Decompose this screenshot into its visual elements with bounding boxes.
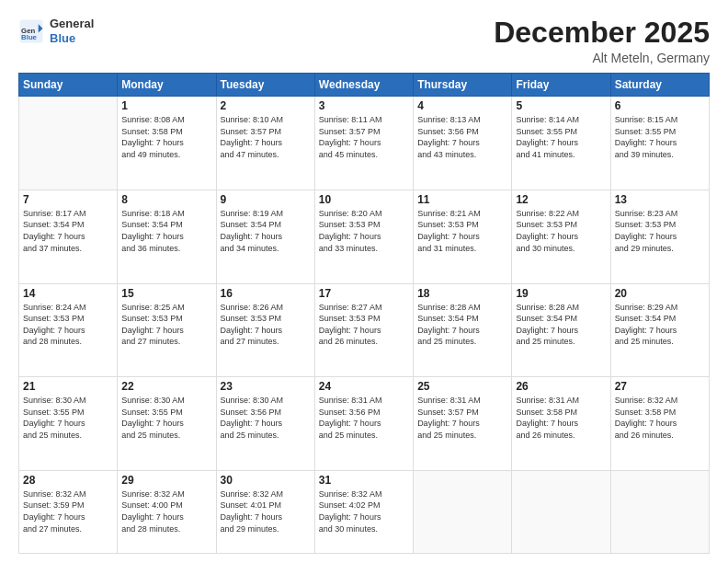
day-number: 1 — [121, 99, 211, 112]
table-row — [414, 470, 512, 553]
calendar-table: Sunday Monday Tuesday Wednesday Thursday… — [18, 73, 710, 554]
svg-text:Blue: Blue — [21, 33, 38, 41]
day-number: 8 — [121, 193, 211, 206]
table-row: 3Sunrise: 8:11 AMSunset: 3:57 PMDaylight… — [314, 97, 413, 190]
logo-blue: Blue — [50, 31, 94, 46]
day-info: Sunrise: 8:31 AMSunset: 3:58 PMDaylight:… — [516, 395, 606, 441]
day-number: 20 — [615, 287, 705, 300]
day-number: 7 — [23, 193, 113, 206]
day-number: 9 — [221, 193, 311, 206]
day-info: Sunrise: 8:27 AMSunset: 3:53 PMDaylight:… — [319, 302, 409, 348]
table-row: 30Sunrise: 8:32 AMSunset: 4:01 PMDayligh… — [216, 470, 314, 553]
day-number: 16 — [221, 287, 311, 300]
day-info: Sunrise: 8:31 AMSunset: 3:57 PMDaylight:… — [417, 395, 507, 441]
day-info: Sunrise: 8:21 AMSunset: 3:53 PMDaylight:… — [417, 208, 507, 254]
table-row: 21Sunrise: 8:30 AMSunset: 3:55 PMDayligh… — [19, 377, 118, 471]
day-info: Sunrise: 8:11 AMSunset: 3:57 PMDaylight:… — [319, 114, 409, 160]
day-info: Sunrise: 8:30 AMSunset: 3:55 PMDaylight:… — [121, 395, 211, 441]
table-row: 4Sunrise: 8:13 AMSunset: 3:56 PMDaylight… — [414, 97, 512, 190]
day-info: Sunrise: 8:29 AMSunset: 3:54 PMDaylight:… — [615, 302, 705, 348]
day-number: 25 — [417, 380, 507, 393]
table-row: 7Sunrise: 8:17 AMSunset: 3:54 PMDaylight… — [19, 190, 118, 283]
day-info: Sunrise: 8:13 AMSunset: 3:56 PMDaylight:… — [417, 114, 507, 160]
logo-icon: Gen Blue — [18, 18, 44, 44]
table-row: 9Sunrise: 8:19 AMSunset: 3:54 PMDaylight… — [216, 190, 314, 283]
table-row: 14Sunrise: 8:24 AMSunset: 3:53 PMDayligh… — [19, 283, 118, 377]
day-number: 23 — [221, 380, 311, 393]
day-info: Sunrise: 8:28 AMSunset: 3:54 PMDaylight:… — [516, 302, 606, 348]
day-info: Sunrise: 8:22 AMSunset: 3:53 PMDaylight:… — [516, 208, 606, 254]
day-number: 4 — [417, 99, 507, 112]
table-row: 18Sunrise: 8:28 AMSunset: 3:54 PMDayligh… — [414, 283, 512, 377]
day-number: 22 — [121, 380, 211, 393]
table-row: 15Sunrise: 8:25 AMSunset: 3:53 PMDayligh… — [118, 283, 216, 377]
col-wednesday: Wednesday — [314, 74, 413, 97]
col-friday: Friday — [512, 74, 610, 97]
day-info: Sunrise: 8:30 AMSunset: 3:56 PMDaylight:… — [221, 395, 311, 441]
table-row: 19Sunrise: 8:28 AMSunset: 3:54 PMDayligh… — [512, 283, 610, 377]
table-row: 31Sunrise: 8:32 AMSunset: 4:02 PMDayligh… — [314, 470, 413, 553]
day-number: 11 — [417, 193, 507, 206]
table-row — [19, 97, 118, 190]
day-number: 19 — [516, 287, 606, 300]
day-number: 6 — [615, 99, 705, 112]
table-row: 22Sunrise: 8:30 AMSunset: 3:55 PMDayligh… — [118, 377, 216, 471]
day-number: 3 — [319, 99, 409, 112]
day-number: 15 — [121, 287, 211, 300]
table-row: 2Sunrise: 8:10 AMSunset: 3:57 PMDaylight… — [216, 97, 314, 190]
col-sunday: Sunday — [19, 74, 118, 97]
day-info: Sunrise: 8:32 AMSunset: 3:58 PMDaylight:… — [615, 395, 705, 441]
table-row: 1Sunrise: 8:08 AMSunset: 3:58 PMDaylight… — [118, 97, 216, 190]
day-number: 5 — [516, 99, 606, 112]
col-tuesday: Tuesday — [216, 74, 314, 97]
day-info: Sunrise: 8:20 AMSunset: 3:53 PMDaylight:… — [319, 208, 409, 254]
table-row: 13Sunrise: 8:23 AMSunset: 3:53 PMDayligh… — [610, 190, 709, 283]
day-info: Sunrise: 8:24 AMSunset: 3:53 PMDaylight:… — [23, 302, 113, 348]
day-info: Sunrise: 8:26 AMSunset: 3:53 PMDaylight:… — [221, 302, 311, 348]
day-info: Sunrise: 8:32 AMSunset: 4:00 PMDaylight:… — [121, 488, 211, 534]
day-info: Sunrise: 8:28 AMSunset: 3:54 PMDaylight:… — [417, 302, 507, 348]
header: Gen Blue General Blue December 2025 Alt … — [18, 17, 710, 65]
table-row: 11Sunrise: 8:21 AMSunset: 3:53 PMDayligh… — [414, 190, 512, 283]
day-number: 21 — [23, 380, 113, 393]
col-monday: Monday — [118, 74, 216, 97]
day-number: 30 — [221, 474, 311, 487]
location: Alt Meteln, Germany — [494, 51, 710, 65]
day-number: 28 — [23, 474, 113, 487]
logo-general: General — [50, 17, 94, 31]
table-row: 8Sunrise: 8:18 AMSunset: 3:54 PMDaylight… — [118, 190, 216, 283]
day-number: 24 — [319, 380, 409, 393]
day-number: 31 — [319, 474, 409, 487]
table-row: 5Sunrise: 8:14 AMSunset: 3:55 PMDaylight… — [512, 97, 610, 190]
table-row: 27Sunrise: 8:32 AMSunset: 3:58 PMDayligh… — [610, 377, 709, 471]
table-row: 23Sunrise: 8:30 AMSunset: 3:56 PMDayligh… — [216, 377, 314, 471]
day-info: Sunrise: 8:32 AMSunset: 4:01 PMDaylight:… — [221, 488, 311, 534]
table-row — [512, 470, 610, 553]
table-row: 12Sunrise: 8:22 AMSunset: 3:53 PMDayligh… — [512, 190, 610, 283]
day-info: Sunrise: 8:19 AMSunset: 3:54 PMDaylight:… — [221, 208, 311, 254]
day-info: Sunrise: 8:25 AMSunset: 3:53 PMDaylight:… — [121, 302, 211, 348]
table-row: 26Sunrise: 8:31 AMSunset: 3:58 PMDayligh… — [512, 377, 610, 471]
day-info: Sunrise: 8:14 AMSunset: 3:55 PMDaylight:… — [516, 114, 606, 160]
day-info: Sunrise: 8:08 AMSunset: 3:58 PMDaylight:… — [121, 114, 211, 160]
day-info: Sunrise: 8:17 AMSunset: 3:54 PMDaylight:… — [23, 208, 113, 254]
day-info: Sunrise: 8:30 AMSunset: 3:55 PMDaylight:… — [23, 395, 113, 441]
table-row: 6Sunrise: 8:15 AMSunset: 3:55 PMDaylight… — [610, 97, 709, 190]
day-number: 27 — [615, 380, 705, 393]
day-number: 18 — [417, 287, 507, 300]
table-row: 16Sunrise: 8:26 AMSunset: 3:53 PMDayligh… — [216, 283, 314, 377]
day-number: 26 — [516, 380, 606, 393]
page: Gen Blue General Blue December 2025 Alt … — [0, 0, 728, 563]
day-info: Sunrise: 8:18 AMSunset: 3:54 PMDaylight:… — [121, 208, 211, 254]
day-number: 29 — [121, 474, 211, 487]
title-section: December 2025 Alt Meteln, Germany — [494, 17, 710, 65]
table-row: 10Sunrise: 8:20 AMSunset: 3:53 PMDayligh… — [314, 190, 413, 283]
table-row — [610, 470, 709, 553]
day-number: 17 — [319, 287, 409, 300]
calendar-header-row: Sunday Monday Tuesday Wednesday Thursday… — [19, 74, 710, 97]
month-title: December 2025 — [494, 17, 710, 49]
table-row: 29Sunrise: 8:32 AMSunset: 4:00 PMDayligh… — [118, 470, 216, 553]
day-number: 14 — [23, 287, 113, 300]
table-row: 24Sunrise: 8:31 AMSunset: 3:56 PMDayligh… — [314, 377, 413, 471]
col-saturday: Saturday — [610, 74, 709, 97]
